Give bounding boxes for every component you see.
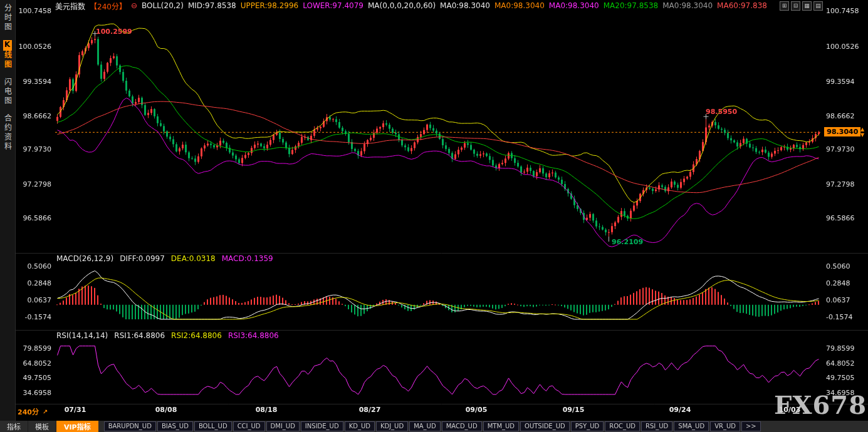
tab-rsi-ud[interactable]: RSI_UD	[641, 421, 672, 431]
rsi2-value: RSI2:64.8806	[171, 331, 222, 340]
chart-type-sidebar: 分时图 K线图 闪电图 合约资料	[0, 0, 16, 421]
tab-sma-ud[interactable]: SMA_UD	[674, 421, 709, 431]
symbol-title: 美元指数	[55, 1, 85, 11]
period-arrow-icon[interactable]: ↗	[43, 408, 48, 415]
period-corner-label[interactable]: 240分	[18, 406, 39, 416]
bottom-tab-bar: 指标模板VIP指标BARUPDN_UDBIAS_UDBOLL_UDCCI_UDD…	[0, 421, 868, 432]
tab-barupdn-ud[interactable]: BARUPDN_UD	[104, 421, 156, 431]
layout-single-icon[interactable]: ⊞	[780, 1, 789, 11]
macd-panel-title: MACD(26,12,9) DIFF:0.0997 DEA:0.0318 MAC…	[56, 254, 273, 263]
layout-grid-icon[interactable]: ▦	[802, 1, 812, 11]
sidebar-item-contract-info[interactable]: 合约资料	[3, 114, 13, 152]
tab-ma-ud[interactable]: MA_UD	[409, 421, 441, 431]
rsi-panel-title: RSI(14,14,14) RSI1:64.8806 RSI2:64.8806 …	[56, 331, 279, 340]
tab-inside-ud[interactable]: INSIDE_UD	[301, 421, 343, 431]
price-axis-scroll-arrows[interactable]: ▲ ▼	[860, 126, 864, 138]
tab-mtm-ud[interactable]: MTM_UD	[483, 421, 519, 431]
macd-name-label: MACD(26,12,9)	[56, 254, 113, 263]
boll-mid-value: MID:97.8538	[188, 1, 236, 10]
tab-vr-ud[interactable]: VR_UD	[710, 421, 740, 431]
period-label: 【240分】	[90, 1, 127, 11]
ma0-value-1: MA0:98.3040	[440, 1, 490, 10]
indicator-header: 美元指数【240分】⊖BOLL(20,2)MID:97.8538UPPER:98…	[55, 1, 767, 11]
tab-cci-ud[interactable]: CCI_UD	[233, 421, 265, 431]
ma60-value: MA60:97.838	[717, 1, 767, 10]
window-layout-icons: ⊞⊟▦▤	[780, 1, 823, 11]
tabs-more-button[interactable]: >>	[741, 421, 761, 431]
rsi-name-label: RSI(14,14,14)	[56, 331, 108, 340]
ma0-value-4: MA0:98.3040	[662, 1, 713, 10]
fx678-watermark: FX678	[774, 390, 867, 419]
tab-outside-ud[interactable]: OUTSIDE_UD	[520, 421, 570, 431]
tab-kdj-ud[interactable]: KDJ_UD	[376, 421, 408, 431]
tab-dmi-ud[interactable]: DMI_UD	[266, 421, 300, 431]
ma-settings-label: MA(0,0,0,20,0,60)	[368, 1, 436, 10]
layout-split-icon[interactable]: ⊟	[791, 1, 800, 11]
zoom-out-icon[interactable]: ⊖	[131, 1, 137, 10]
boll-label: BOLL(20,2)	[142, 1, 184, 10]
boll-upper-value: UPPER:98.2996	[241, 1, 298, 10]
ma0-value-2: MA0:98.3040	[494, 1, 545, 10]
sidebar-item-lightning[interactable]: 闪电图	[3, 78, 13, 106]
rsi1-value: RSI1:64.8806	[114, 331, 165, 340]
tab-kd-ud[interactable]: KD_UD	[345, 421, 375, 431]
tab-vip-indicator[interactable]: VIP指标	[56, 421, 98, 432]
ma0-value-3: MA0:98.3040	[549, 1, 599, 10]
tab-roc-ud[interactable]: ROC_UD	[605, 421, 640, 431]
tab-macd-ud[interactable]: MACD_UD	[442, 421, 482, 431]
tab-bias-ud[interactable]: BIAS_UD	[157, 421, 193, 431]
ma20-value: MA20:97.8538	[604, 1, 659, 10]
last-price-badge: 98.3040	[824, 127, 860, 136]
tab-boll-ud[interactable]: BOLL_UD	[194, 421, 232, 431]
macd-macd-value: MACD:0.1359	[222, 254, 273, 263]
boll-lower-value: LOWER:97.4079	[303, 1, 363, 10]
tab-template[interactable]: 模板	[28, 421, 56, 432]
rsi3-value: RSI3:64.8806	[228, 331, 279, 340]
scroll-up-icon[interactable]: ▲	[860, 126, 864, 132]
sidebar-item-kline[interactable]: K线图	[3, 40, 13, 69]
tab-indicator[interactable]: 指标	[0, 421, 28, 432]
layout-rows-icon[interactable]: ▤	[813, 1, 823, 11]
sidebar-item-timeshare[interactable]: 分时图	[3, 4, 13, 32]
macd-dea-value: DEA:0.0318	[171, 254, 216, 263]
trading-app-window: 美元指数【240分】⊖BOLL(20,2)MID:97.8538UPPER:98…	[0, 0, 868, 432]
macd-diff-value: DIFF:0.0997	[120, 254, 165, 263]
period-selector[interactable]: 240分 ↗	[18, 406, 48, 416]
chart-canvas[interactable]	[0, 0, 868, 432]
tab-psy-ud[interactable]: PSY_UD	[571, 421, 604, 431]
scroll-down-icon[interactable]: ▼	[860, 132, 864, 138]
